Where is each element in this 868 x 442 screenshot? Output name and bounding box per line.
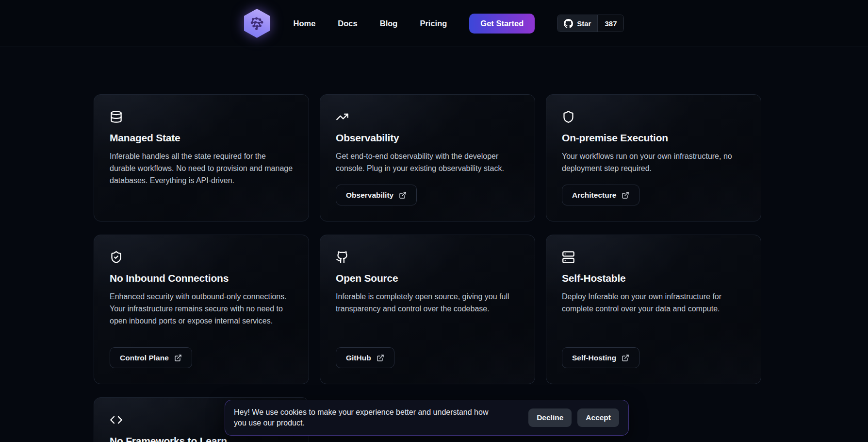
cookie-banner: Hey! We use cookies to make your experie… (225, 400, 629, 436)
github-link-button[interactable]: GitHub (336, 347, 394, 368)
github-star-widget[interactable]: Star 387 (557, 15, 624, 32)
cookie-message: Hey! We use cookies to make your experie… (234, 407, 492, 428)
feature-card-observability: Observability Get end-to-end observabili… (320, 94, 535, 221)
card-title: On-premise Execution (562, 132, 668, 144)
card-title: Observability (336, 132, 399, 144)
trending-up-icon (336, 110, 349, 123)
card-button-label: Control Plane (120, 354, 169, 362)
cookie-actions: Decline Accept (528, 408, 619, 427)
feature-card-managed-state: Managed State Inferable handles all the … (94, 94, 309, 221)
card-title: No Frameworks to Learn (110, 435, 227, 442)
card-button-label: Observability (346, 191, 393, 200)
card-title: Managed State (110, 132, 180, 144)
server-icon (562, 251, 575, 264)
accept-button[interactable]: Accept (577, 408, 619, 427)
external-link-icon (377, 354, 384, 362)
observability-link-button[interactable]: Observability (336, 185, 417, 205)
get-started-button[interactable]: Get Started (469, 14, 535, 34)
feature-card-no-inbound-connections: No Inbound Connections Enhanced security… (94, 235, 309, 384)
card-description: Inferable is completely open source, giv… (336, 290, 519, 315)
nav-link-home[interactable]: Home (294, 19, 316, 28)
github-star-button[interactable]: Star (557, 15, 598, 32)
self-hosting-link-button[interactable]: Self-Hosting (562, 347, 639, 368)
card-description: Deploy Inferable on your own infrastruct… (562, 290, 745, 315)
star-label: Star (577, 19, 591, 28)
top-nav: Home Docs Blog Pricing Get Started Star … (0, 0, 868, 47)
card-description: Enhanced security with outbound-only con… (110, 290, 293, 327)
card-button-label: Architecture (572, 191, 616, 200)
feature-card-self-hostable: Self-Hostable Deploy Inferable on your o… (546, 235, 761, 384)
external-link-icon (399, 191, 407, 199)
decline-button[interactable]: Decline (528, 408, 572, 427)
github-icon (336, 251, 349, 264)
card-title: Self-Hostable (562, 272, 626, 284)
card-title: No Inbound Connections (110, 272, 229, 284)
nav-link-blog[interactable]: Blog (380, 19, 398, 28)
card-button-label: GitHub (346, 354, 371, 362)
logo-hexagon (244, 9, 270, 38)
external-link-icon (622, 354, 629, 362)
card-description: Inferable handles all the state required… (110, 150, 293, 187)
star-count-value: 387 (605, 19, 617, 28)
github-star-count: 387 (598, 15, 623, 32)
card-description: Get end-to-end observability with the de… (336, 150, 519, 174)
feature-card-open-source: Open Source Inferable is completely open… (320, 235, 535, 384)
feature-card-on-premise-execution: On-premise Execution Your workflows run … (546, 94, 761, 221)
card-description: Your workflows run on your own infrastru… (562, 150, 745, 174)
external-link-icon (622, 191, 629, 199)
card-title: Open Source (336, 272, 398, 284)
architecture-link-button[interactable]: Architecture (562, 185, 639, 205)
features-grid: Managed State Inferable handles all the … (94, 94, 761, 442)
control-plane-link-button[interactable]: Control Plane (110, 347, 192, 368)
external-link-icon (174, 354, 182, 362)
logo-network-icon (249, 15, 265, 32)
github-icon (564, 19, 573, 28)
nav-inner: Home Docs Blog Pricing Get Started Star … (244, 9, 624, 38)
shield-check-icon (110, 251, 123, 264)
database-icon (110, 110, 123, 123)
card-button-label: Self-Hosting (572, 354, 616, 362)
nav-link-docs[interactable]: Docs (338, 19, 357, 28)
nav-link-pricing[interactable]: Pricing (420, 19, 447, 28)
code-icon (110, 413, 123, 426)
shield-icon (562, 110, 575, 123)
inferable-logo[interactable] (244, 9, 270, 38)
